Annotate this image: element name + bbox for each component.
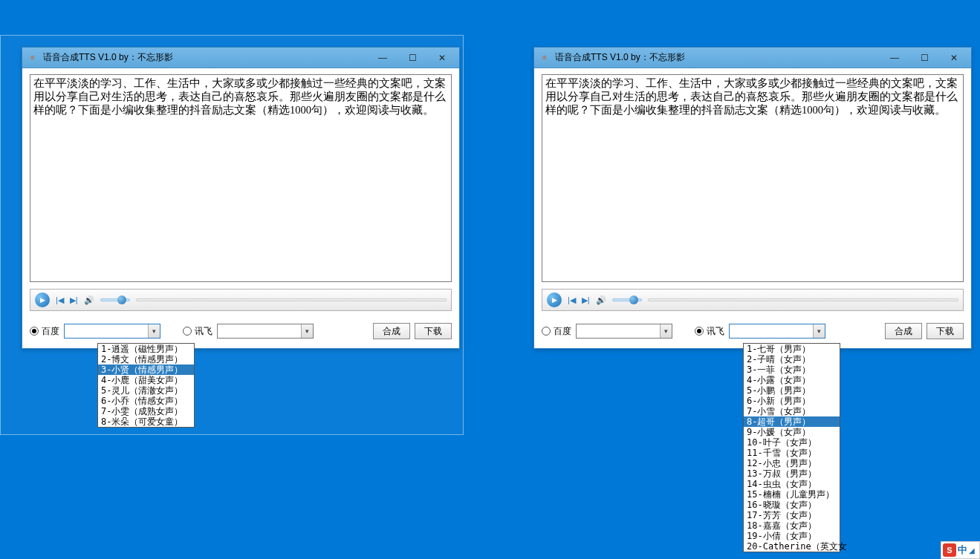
text-input[interactable] xyxy=(542,74,964,282)
voice-option[interactable]: 6-小新（男声） xyxy=(744,396,840,406)
ime-logo-icon: S xyxy=(943,543,956,557)
window-title: 语音合成TTS V1.0 by：不忘形影 xyxy=(555,51,880,64)
xunfei-voice-combo[interactable]: ▾ xyxy=(217,324,314,339)
close-button[interactable]: ✕ xyxy=(428,50,456,65)
chevron-down-icon[interactable]: ▾ xyxy=(301,324,313,338)
engine-controls: 百度 ▾ 讯飞 ▾ 合成 下载 xyxy=(30,323,452,339)
voice-option[interactable]: 6-小乔（情感女声） xyxy=(98,396,194,406)
volume-slider[interactable] xyxy=(612,298,642,301)
play-button[interactable]: ▶ xyxy=(35,292,50,307)
radio-xunfei-label: 讯飞 xyxy=(195,325,212,338)
tts-window-right: ≡ 语音合成TTS V1.0 by：不忘形影 — ☐ ✕ ▶ |◀ ▶| 🔊 百… xyxy=(533,47,972,349)
ime-indicator[interactable]: S 中 ◢ xyxy=(941,541,980,559)
voice-option[interactable]: 5-灵儿（清澈女声） xyxy=(98,385,194,396)
audio-player: ▶ |◀ ▶| 🔊 xyxy=(30,289,452,311)
voice-option[interactable]: 1-逍遥（磁性男声） xyxy=(98,344,194,354)
xunfei-voice-combo[interactable]: ▾ xyxy=(729,324,825,339)
app-icon: ≡ xyxy=(539,52,551,64)
ime-expand-icon[interactable]: ◢ xyxy=(969,546,975,555)
voice-option[interactable]: 20-Catherine（英文女 xyxy=(744,541,840,552)
baidu-voice-input[interactable] xyxy=(64,324,160,339)
volume-thumb[interactable] xyxy=(117,295,126,304)
xunfei-voice-input[interactable] xyxy=(217,324,314,339)
close-button[interactable]: ✕ xyxy=(940,50,968,65)
next-button[interactable]: ▶| xyxy=(70,295,78,305)
play-button[interactable]: ▶ xyxy=(547,292,562,307)
radio-baidu[interactable]: 百度 xyxy=(30,325,59,338)
voice-option[interactable]: 8-米朵（可爱女童） xyxy=(98,416,194,427)
audio-player: ▶ |◀ ▶| 🔊 xyxy=(542,289,964,311)
xunfei-voice-input[interactable] xyxy=(729,324,825,339)
baidu-voice-input[interactable] xyxy=(576,324,672,339)
voice-option[interactable]: 19-小倩（女声） xyxy=(744,531,840,541)
voice-option[interactable]: 18-嘉嘉（女声） xyxy=(744,520,840,531)
voice-option[interactable]: 5-小鹏（男声） xyxy=(744,385,840,396)
maximize-button[interactable]: ☐ xyxy=(398,50,426,65)
synthesize-button[interactable]: 合成 xyxy=(373,323,410,339)
voice-option[interactable]: 4-小鹿（甜美女声） xyxy=(98,375,194,385)
chevron-down-icon[interactable]: ▾ xyxy=(813,324,825,338)
window-controls: — ☐ ✕ xyxy=(369,50,456,65)
app-icon: ≡ xyxy=(27,52,39,64)
voice-option[interactable]: 16-晓璇（女声） xyxy=(744,500,840,510)
radio-baidu-label: 百度 xyxy=(554,325,571,338)
voice-option[interactable]: 12-小忠（男声） xyxy=(744,458,840,468)
window-title: 语音合成TTS V1.0 by：不忘形影 xyxy=(43,51,369,64)
prev-button[interactable]: |◀ xyxy=(568,295,576,305)
voice-option[interactable]: 13-万叔（男声） xyxy=(744,468,840,479)
volume-icon[interactable]: 🔊 xyxy=(84,295,94,305)
voice-option[interactable]: 1-七哥（男声） xyxy=(744,344,840,354)
voice-option[interactable]: 8-超哥（男声） xyxy=(744,416,840,427)
radio-xunfei-label: 讯飞 xyxy=(707,325,724,338)
baidu-voice-dropdown[interactable]: 1-逍遥（磁性男声）2-博文（情感男声）3-小贤（情感男声）4-小鹿（甜美女声）… xyxy=(97,343,195,428)
voice-option[interactable]: 10-叶子（女声） xyxy=(744,437,840,448)
radio-baidu-label: 百度 xyxy=(42,325,59,338)
voice-option[interactable]: 4-小露（女声） xyxy=(744,375,840,385)
volume-icon[interactable]: 🔊 xyxy=(596,295,606,305)
synthesize-button[interactable]: 合成 xyxy=(885,323,922,339)
voice-option[interactable]: 3-小贤（情感男声） xyxy=(98,365,194,375)
progress-track[interactable] xyxy=(136,298,447,301)
download-button[interactable]: 下载 xyxy=(415,323,452,339)
ime-language: 中 xyxy=(958,543,967,557)
voice-option[interactable]: 9-小媛（女声） xyxy=(744,427,840,437)
minimize-button[interactable]: — xyxy=(369,50,397,65)
baidu-voice-combo[interactable]: ▾ xyxy=(64,324,160,339)
progress-track[interactable] xyxy=(648,298,958,301)
download-button[interactable]: 下载 xyxy=(927,323,964,339)
voice-option[interactable]: 11-千雪（女声） xyxy=(744,448,840,458)
radio-baidu[interactable]: 百度 xyxy=(542,325,571,338)
prev-button[interactable]: |◀ xyxy=(56,295,64,305)
volume-slider[interactable] xyxy=(100,298,130,301)
text-input[interactable] xyxy=(30,74,452,282)
voice-option[interactable]: 17-芳芳（女声） xyxy=(744,510,840,520)
volume-thumb[interactable] xyxy=(629,295,638,304)
baidu-voice-combo[interactable]: ▾ xyxy=(576,324,672,339)
titlebar[interactable]: ≡ 语音合成TTS V1.0 by：不忘形影 — ☐ ✕ xyxy=(22,48,459,68)
titlebar[interactable]: ≡ 语音合成TTS V1.0 by：不忘形影 — ☐ ✕ xyxy=(534,48,971,68)
maximize-button[interactable]: ☐ xyxy=(910,50,938,65)
radio-xunfei[interactable]: 讯飞 xyxy=(183,325,212,338)
voice-option[interactable]: 3-一菲（女声） xyxy=(744,365,840,375)
voice-option[interactable]: 7-小雯（成熟女声） xyxy=(98,406,194,416)
tts-window-left: ≡ 语音合成TTS V1.0 by：不忘形影 — ☐ ✕ ▶ |◀ ▶| 🔊 百… xyxy=(22,47,460,349)
voice-option[interactable]: 7-小雪（女声） xyxy=(744,406,840,416)
voice-option[interactable]: 14-虫虫（女声） xyxy=(744,479,840,489)
voice-option[interactable]: 2-博文（情感男声） xyxy=(98,354,194,365)
window-body: ▶ |◀ ▶| 🔊 百度 ▾ 讯飞 xyxy=(22,68,459,348)
chevron-down-icon[interactable]: ▾ xyxy=(148,324,160,338)
radio-xunfei[interactable]: 讯飞 xyxy=(695,325,724,338)
voice-option[interactable]: 15-楠楠（儿童男声） xyxy=(744,489,840,500)
engine-controls: 百度 ▾ 讯飞 ▾ 合成 下载 xyxy=(542,323,964,339)
chevron-down-icon[interactable]: ▾ xyxy=(660,324,672,338)
window-body: ▶ |◀ ▶| 🔊 百度 ▾ 讯飞 xyxy=(534,68,971,348)
voice-option[interactable]: 2-子晴（女声） xyxy=(744,354,840,365)
xunfei-voice-dropdown[interactable]: 1-七哥（男声）2-子晴（女声）3-一菲（女声）4-小露（女声）5-小鹏（男声）… xyxy=(743,343,840,552)
minimize-button[interactable]: — xyxy=(880,50,909,65)
window-controls: — ☐ ✕ xyxy=(880,50,968,65)
next-button[interactable]: ▶| xyxy=(582,295,590,305)
